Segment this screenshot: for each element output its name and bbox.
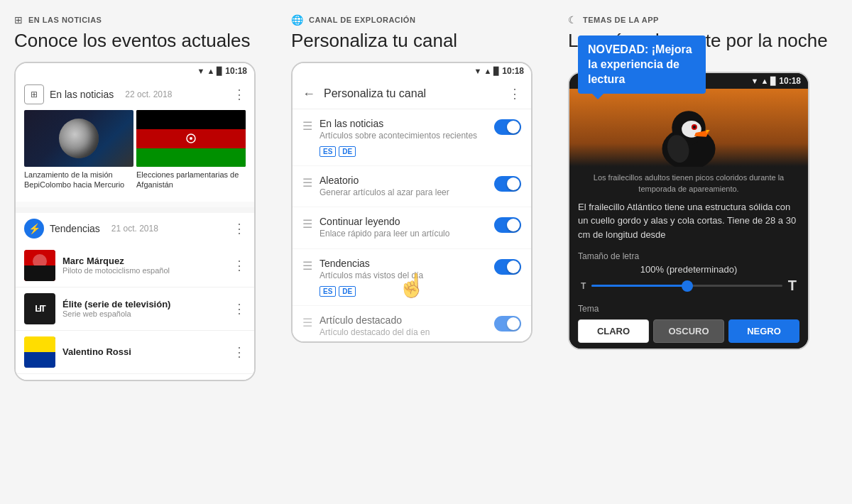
font-size-label: Tamaño de letra: [578, 251, 799, 261]
canal-item-info-4: Artículo destacado Artículo destacado de…: [320, 314, 487, 339]
drag-icon-0[interactable]: ☰: [302, 119, 312, 133]
canal-more-button[interactable]: ⋮: [508, 86, 521, 102]
theme-oscuro-button[interactable]: OSCURO: [653, 319, 724, 343]
trending-item-1[interactable]: ĿIT Élite (serie de televisión) Serie we…: [16, 287, 254, 331]
toggle-2[interactable]: [494, 217, 521, 233]
canal-header-title: Personaliza tu canal: [324, 87, 500, 100]
font-slider-container: T T: [578, 278, 799, 294]
canal-item-1: ☰ Aleatorio Generar artículos al azar pa…: [293, 166, 531, 208]
column3-header: ☾ TEMAS DE LA APP: [568, 14, 659, 26]
font-slider-track[interactable]: [591, 285, 782, 287]
trending-item-more-1[interactable]: ⋮: [233, 301, 246, 317]
trending-info-1: Élite (serie de televisión) Serie web es…: [62, 299, 226, 318]
article-caption: Los frailecillos adultos tienen picos co…: [569, 167, 808, 197]
trending-avatar-2: [24, 336, 55, 368]
column-news: ⊞ EN LAS NOTICIAS Conoce los eventos act…: [14, 14, 284, 497]
toggle-1[interactable]: [494, 176, 521, 192]
phone3-frame: ▼ ▲ ▉ 10:18: [568, 72, 809, 350]
trending-item-2[interactable]: Valentino Rossi ⋮: [16, 331, 254, 374]
signal-icon: ▲: [207, 67, 214, 75]
globe-icon: 🌐: [291, 14, 303, 26]
trending-name-2: Valentino Rossi: [62, 346, 226, 357]
column2-label: CANAL DE EXPLORACIÓN: [309, 16, 415, 24]
canal-item-desc-2: Enlace rápido para leer un artículo: [320, 229, 487, 240]
phone2-status-icons: ▼ ▲ ▉: [474, 67, 500, 76]
svg-rect-4: [24, 265, 55, 281]
trending-avatar-0: [24, 250, 55, 281]
toggle-knob-2: [507, 219, 520, 231]
news-images-row: Lanzamiento de la misión BepiColombo hac…: [16, 110, 254, 190]
canal-item-title-0: En las noticias: [320, 118, 487, 129]
font-size-section: Tamaño de letra 100% (predeterminado) T …: [569, 244, 808, 298]
canal-item-desc-4: Artículo destacado del día en: [320, 327, 487, 339]
toggle-knob-4: [507, 317, 520, 330]
news-section-name: En las noticias: [50, 89, 114, 100]
theme-claro-button[interactable]: CLARO: [578, 319, 649, 343]
news-section-block: ⊞ En las noticias 22 oct. 2018 ⋮ Lanzami…: [16, 79, 254, 202]
phone2-battery-icon: ▉: [493, 67, 499, 76]
slider-thumb[interactable]: [682, 280, 693, 292]
svg-rect-6: [24, 352, 55, 368]
trending-item-0[interactable]: Marc Márquez Piloto de motociclismo espa…: [16, 244, 254, 287]
toggle-4[interactable]: [494, 316, 521, 332]
canal-app-header: ← Personaliza tu canal ⋮: [293, 79, 531, 109]
canal-item-title-3: Tendencias: [320, 258, 487, 269]
drag-icon-4[interactable]: ☰: [302, 316, 312, 329]
toggle-knob-1: [507, 177, 520, 190]
canal-item-info-0: En las noticias Artículos sobre aconteci…: [320, 118, 487, 157]
news-article-2[interactable]: Elecciones parlamentarias de Afganistán: [136, 110, 246, 190]
trending-header-left: ⚡ Tendencias 21 oct. 2018: [24, 219, 158, 239]
trending-date: 21 oct. 2018: [111, 224, 158, 234]
novedad-text: NOVEDAD: ¡Mejora la experiencia de lectu…: [588, 43, 692, 85]
flag-image: [136, 110, 246, 167]
drag-icon-1[interactable]: ☰: [302, 176, 312, 190]
novedad-tooltip: NOVEDAD: ¡Mejora la experiencia de lectu…: [578, 35, 706, 94]
trending-header: ⚡ Tendencias 21 oct. 2018 ⋮: [16, 213, 254, 244]
news-section-header: ⊞ En las noticias 22 oct. 2018 ⋮: [16, 79, 254, 110]
trending-name-0: Marc Márquez: [62, 256, 226, 266]
trending-item-more-2[interactable]: ⋮: [233, 344, 246, 360]
column1-title: Conoce los eventos actuales: [14, 30, 250, 52]
news-article-1[interactable]: Lanzamiento de la misión BepiColombo hac…: [24, 110, 133, 190]
lang-tag-de-0[interactable]: DE: [339, 146, 356, 157]
drag-icon-2[interactable]: ☰: [302, 217, 312, 231]
drag-icon-3[interactable]: ☰: [302, 259, 312, 273]
section-divider: [16, 207, 254, 213]
column-themes: ☾ TEMAS DE LA APP Lee cómodamente por la…: [568, 14, 838, 497]
article-text: El frailecillo Atlántico tiene una estru…: [569, 197, 808, 245]
trending-section-block: ⚡ Tendencias 21 oct. 2018 ⋮: [16, 213, 254, 380]
canal-item-2: ☰ Continuar leyendo Enlace rápido para l…: [293, 207, 531, 249]
phone3-wifi-icon: ▼: [751, 77, 759, 85]
trending-avatar-1: ĿIT: [24, 293, 55, 324]
canal-item-desc-3: Artículos más vistos del día: [320, 270, 487, 282]
toggle-3[interactable]: [494, 259, 521, 275]
font-size-value: 100% (predeterminado): [578, 264, 799, 275]
news-more-button[interactable]: ⋮: [233, 87, 246, 102]
phone3-signal-icon: ▲: [760, 77, 768, 85]
column-canal: 🌐 CANAL DE EXPLORACIÓN Personaliza tu ca…: [291, 14, 561, 497]
trending-more-button[interactable]: ⋮: [233, 221, 246, 236]
phone2-status-bar: ▼ ▲ ▉ 10:18: [293, 63, 531, 79]
canal-item-info-1: Aleatorio Generar artículos al azar para…: [320, 175, 487, 199]
theme-negro-button[interactable]: NEGRO: [728, 319, 799, 343]
back-button[interactable]: ←: [302, 87, 315, 102]
trending-icon: ⚡: [24, 219, 44, 239]
toggle-0[interactable]: [494, 119, 521, 135]
trending-item-more-0[interactable]: ⋮: [233, 258, 246, 273]
moon-circle: [59, 119, 99, 158]
canal-item-info-3: Tendencias Artículos más vistos del día …: [320, 258, 487, 297]
wifi-icon: ▼: [197, 67, 205, 75]
column2-title: Personaliza tu canal: [291, 30, 457, 52]
phone3-article-content: Los frailecillos adultos tienen picos co…: [569, 167, 808, 349]
lang-tag-es-3[interactable]: ES: [320, 286, 336, 297]
trending-desc-1: Serie web española: [62, 309, 226, 318]
puffin-image: [569, 89, 808, 167]
canal-item-4: ☰ Artículo destacado Artículo destacado …: [293, 306, 531, 341]
moon-image: [24, 110, 133, 167]
lang-tag-de-3[interactable]: DE: [339, 286, 356, 297]
svg-rect-5: [24, 336, 55, 352]
lang-tag-es-0[interactable]: ES: [320, 146, 336, 157]
canal-lang-tags-3: ES DE: [320, 286, 487, 297]
canal-item-desc-0: Artículos sobre acontecimientos reciente…: [320, 131, 487, 142]
phone2-content: ← Personaliza tu canal ⋮ ☰ En las notici…: [293, 79, 531, 341]
